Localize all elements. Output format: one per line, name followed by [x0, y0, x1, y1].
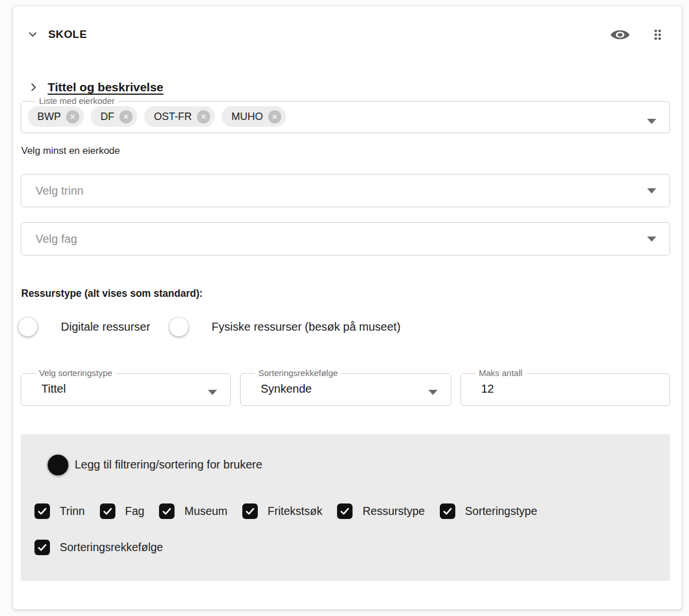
- page-title: SKOLE: [48, 28, 87, 41]
- chip-remove-icon[interactable]: ✕: [66, 110, 79, 123]
- checkbox-label: Sorteringstype: [465, 505, 537, 518]
- fysiske-ressurser-label: Fysiske ressurser (besøk på museet): [212, 320, 401, 334]
- title-description-link[interactable]: Tittel og beskrivelse: [48, 80, 164, 94]
- checkbox-label: Sorteringsrekkefølge: [60, 541, 163, 554]
- checkbox-label: Fritekstsøk: [268, 505, 322, 518]
- checkmark-icon: [161, 506, 172, 517]
- chip-remove-icon[interactable]: ✕: [119, 110, 133, 123]
- toggle-thumb: [18, 317, 37, 336]
- chip-remove-icon[interactable]: ✕: [197, 110, 210, 123]
- drag-handle-button[interactable]: [650, 26, 665, 44]
- chevron-down-icon: [26, 28, 39, 41]
- checkbox-label: Museum: [184, 505, 227, 518]
- toggle-thumb: [169, 317, 188, 336]
- checkmark-icon: [37, 542, 48, 553]
- checked-checkbox[interactable]: [100, 503, 115, 519]
- maks-antall-input[interactable]: [467, 378, 642, 396]
- header-actions: [610, 26, 670, 44]
- skole-card: SKOLE: [13, 6, 682, 610]
- eierkoder-field[interactable]: Liste med eierkoder BWP ✕ DF ✕ OST-FR ✕ …: [21, 96, 670, 133]
- sorteringstype-label: Velg sorteringstype: [36, 368, 116, 378]
- card-header: SKOLE: [21, 26, 670, 43]
- sorting-row: Velg sorteringstype Tittel Sorteringsrek…: [21, 368, 670, 406]
- checkbox-label: Fag: [125, 505, 145, 518]
- ressurstype-toggles: Digitale ressurser Fysiske ressurser (be…: [21, 317, 670, 337]
- visibility-button[interactable]: [610, 28, 630, 42]
- checked-checkbox[interactable]: [34, 540, 50, 555]
- user-filtering-panel: Legg til filtrering/sortering for bruker…: [21, 434, 670, 581]
- checkbox-label: Ressurstype: [362, 505, 424, 518]
- eierkoder-chip-list: BWP ✕ DF ✕ OST-FR ✕ MUHO ✕: [28, 106, 661, 127]
- chip-label: MUHO: [231, 111, 263, 123]
- checkbox-trinn[interactable]: Trinn: [34, 503, 85, 519]
- checkbox-label: Trinn: [60, 505, 85, 518]
- user-filtering-toggle[interactable]: [34, 458, 65, 472]
- maks-antall-field: Maks antall: [460, 368, 670, 406]
- checkmark-icon: [37, 506, 48, 517]
- checkmark-icon: [339, 506, 350, 517]
- sorteringsrekkefolge-label: Sorteringsrekkefølge: [255, 368, 341, 378]
- checked-checkbox[interactable]: [440, 503, 455, 519]
- checked-checkbox[interactable]: [34, 503, 50, 519]
- checkmark-icon: [102, 506, 113, 517]
- checkbox-fag[interactable]: Fag: [100, 503, 145, 519]
- checkbox-ressurstype[interactable]: Ressurstype: [337, 503, 424, 519]
- dropdown-caret-icon: [647, 237, 656, 242]
- collapse-section-button[interactable]: [26, 28, 39, 41]
- chip-label: OST-FR: [154, 111, 192, 123]
- fag-select-placeholder: Velg fag: [36, 233, 77, 246]
- chip-label: BWP: [37, 111, 61, 123]
- user-filtering-toggle-row: Legg til filtrering/sortering for bruker…: [34, 455, 656, 475]
- dropdown-caret-icon[interactable]: [647, 119, 656, 124]
- digitale-ressurser-toggle[interactable]: [21, 320, 52, 335]
- sorteringsrekkefolge-value: Synkende: [247, 378, 443, 396]
- dropdown-caret-icon: [208, 390, 217, 395]
- fysiske-ressurser-toggle[interactable]: [172, 320, 203, 335]
- dropdown-caret-icon: [428, 390, 438, 395]
- eierkoder-helper-text: Velg minst en eierkode: [21, 145, 670, 157]
- toggle-thumb: [48, 455, 68, 475]
- sorteringsrekkefolge-select[interactable]: Sorteringsrekkefølge Synkende: [240, 368, 451, 406]
- chip-remove-icon[interactable]: ✕: [268, 110, 281, 123]
- eierkode-chip[interactable]: DF ✕: [91, 106, 137, 127]
- user-filtering-checkboxes: Trinn Fag Museum Fritekstsøk Ressurstype…: [34, 503, 656, 555]
- fag-select[interactable]: Velg fag: [21, 222, 670, 255]
- maks-antall-label: Maks antall: [475, 368, 526, 378]
- trinn-select[interactable]: Velg trinn: [21, 174, 670, 207]
- eierkode-chip[interactable]: OST-FR ✕: [144, 106, 215, 127]
- trinn-select-placeholder: Velg trinn: [36, 184, 83, 197]
- checkbox-sorteringsrekkefolge[interactable]: Sorteringsrekkefølge: [34, 540, 163, 555]
- checkmark-icon: [245, 506, 256, 517]
- drag-handle-icon: [650, 26, 665, 44]
- eierkode-chip[interactable]: MUHO ✕: [222, 106, 286, 127]
- eierkoder-label: Liste med eierkoder: [36, 96, 118, 106]
- title-description-row: Tittel og beskrivelse: [28, 79, 670, 96]
- checked-checkbox[interactable]: [337, 503, 353, 519]
- checked-checkbox[interactable]: [159, 503, 175, 519]
- ressurstype-heading: Ressurstype (alt vises som standard):: [21, 288, 670, 300]
- sorteringstype-value: Tittel: [28, 378, 222, 396]
- checkbox-fritekstsok[interactable]: Fritekstsøk: [242, 503, 322, 519]
- sorteringstype-select[interactable]: Velg sorteringstype Tittel: [21, 368, 231, 406]
- dropdown-caret-icon: [647, 188, 656, 193]
- user-filtering-toggle-label: Legg til filtrering/sortering for bruker…: [75, 458, 262, 471]
- eierkode-chip[interactable]: BWP ✕: [28, 106, 84, 127]
- checkbox-sorteringstype[interactable]: Sorteringstype: [440, 503, 537, 519]
- expand-title-section-button[interactable]: [28, 81, 39, 94]
- checked-checkbox[interactable]: [242, 503, 258, 519]
- eye-icon: [610, 28, 630, 42]
- checkbox-museum[interactable]: Museum: [159, 503, 227, 519]
- digitale-ressurser-label: Digitale ressurser: [61, 320, 150, 334]
- chip-label: DF: [100, 111, 114, 123]
- chevron-right-icon: [28, 81, 39, 94]
- checkmark-icon: [442, 506, 453, 517]
